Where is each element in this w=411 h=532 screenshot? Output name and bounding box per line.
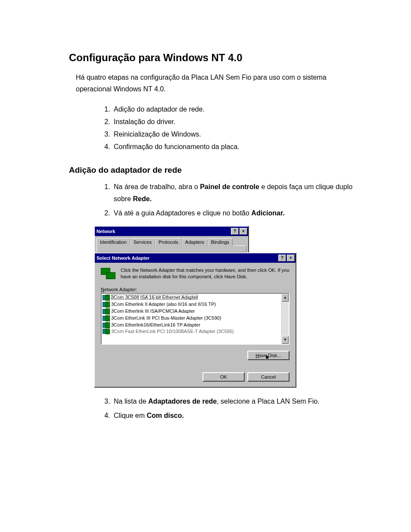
adapter-name: 3Com Etherlink III ISA/PCMCIA Adapter — [111, 308, 195, 314]
tab-services[interactable]: Services — [130, 238, 155, 246]
close-button[interactable]: × — [240, 228, 247, 235]
dialog-instruction-text: Click the Network Adapter that matches y… — [121, 267, 290, 281]
titlebar-select-adapter[interactable]: Select Network Adapter ? × — [95, 253, 296, 263]
text-bold: Adicionar. — [251, 209, 284, 217]
help-button[interactable]: ? — [231, 228, 239, 235]
step-item: Confirmação do funcionamento da placa. — [112, 141, 364, 153]
scroll-down-button[interactable]: ▼ — [282, 336, 289, 344]
screenshot-network-dialog: Network ? × Identification Services Prot… — [94, 226, 364, 388]
text-bold: Painel de controle — [200, 183, 259, 190]
adapter-name: 3Com 3C508 ISA 16-bit Ethernet Adapter — [111, 295, 198, 300]
list-label: Network Adapter: — [101, 287, 290, 292]
adapter-list-item[interactable]: 3Com Etherlink II Adapter (also II/16 an… — [102, 301, 281, 308]
tab-strip: Identification Services Protocols Adapte… — [97, 238, 246, 246]
section-heading-add-adapter: Adição do adaptador de rede — [69, 165, 364, 175]
intro-paragraph: Há quatro etapas na configuração da Plac… — [76, 72, 364, 95]
text-bold: Rede. — [133, 195, 152, 202]
scroll-up-button[interactable]: ▲ — [282, 294, 289, 302]
dialog-title: Select Network Adapter — [97, 255, 278, 261]
button-label-rest: ave Disk... — [259, 353, 281, 358]
close-button[interactable]: × — [287, 255, 295, 261]
adapter-icon — [103, 322, 109, 328]
adapter-list-item[interactable]: 3Com Fast EtherLink PCI 10/100BASE-T Ada… — [102, 329, 281, 334]
text: Na área de trabalho, abra o — [114, 183, 200, 190]
text: Na lista de — [114, 398, 148, 405]
adapter-list-item[interactable]: 3Com Etherlink16/EtherLink16 TP Adapter — [102, 322, 281, 329]
dialog-select-network-adapter: Select Network Adapter ? × Click the Net… — [94, 252, 296, 388]
adapter-name: 3Com Fast EtherLink PCI 10/100BASE-T Ada… — [111, 329, 234, 334]
tab-identification[interactable]: Identification — [97, 238, 130, 246]
adapter-icon — [103, 315, 109, 321]
adapter-icon — [103, 329, 109, 334]
window-network: Network ? × Identification Services Prot… — [94, 226, 249, 255]
label-rest: etwork Adapter: — [104, 287, 137, 292]
window-title: Network — [97, 229, 231, 234]
adapter-name: 3Com Etherlink16/EtherLink16 TP Adapter — [111, 322, 200, 327]
adapter-list-item[interactable]: 3Com EtherLink III PCI Bus-Master Adapte… — [102, 315, 281, 322]
adapter-list-item[interactable]: 3Com 3C508 ISA 16-bit Ethernet Adapter — [102, 294, 281, 301]
instruction-list-2: Na lista de Adaptadores de rede, selecio… — [69, 395, 364, 422]
ok-button[interactable]: OK — [202, 372, 245, 382]
tab-adapters[interactable]: Adapters — [182, 239, 208, 246]
text-bold: Com disco. — [146, 412, 184, 419]
instruction-item: Na lista de Adaptadores de rede, selecio… — [112, 395, 364, 408]
adapter-name: 3Com Etherlink II Adapter (also II/16 an… — [111, 302, 216, 307]
step-item: Reinicialização de Windows. — [112, 128, 364, 141]
adapter-icon — [103, 308, 109, 314]
step-item: Instalação do driver. — [112, 116, 364, 128]
underlined-accelerator: N — [101, 287, 104, 292]
page-title: Configuração para Windows NT 4.0 — [69, 52, 364, 64]
text: , selecione a Placa LAN Sem Fio. — [217, 398, 319, 405]
instruction-item: Clique em Com disco. — [112, 410, 364, 422]
adapter-name: 3Com EtherLink III PCI Bus-Master Adapte… — [111, 315, 221, 320]
help-button[interactable]: ? — [278, 255, 286, 261]
network-card-icon — [101, 268, 115, 281]
adapter-icon — [103, 302, 109, 307]
tab-protocols[interactable]: Protocols — [155, 238, 182, 246]
listbox-scrollbar[interactable]: ▲ ▼ — [281, 294, 289, 344]
tab-bindings[interactable]: Bindings — [208, 238, 233, 246]
instruction-item: Na área de trabalho, abra o Painel de co… — [112, 181, 364, 206]
network-adapter-listbox[interactable]: 3Com 3C508 ISA 16-bit Ethernet Adapter 3… — [101, 293, 290, 345]
text-bold: Adaptadores de rede — [148, 398, 217, 405]
instruction-item: Vá até a guia Adaptadores e clique no bo… — [112, 207, 364, 220]
overview-steps-list: Adição do adaptador de rede. Instalação … — [69, 103, 364, 153]
step-item: Adição do adaptador de rede. — [112, 103, 364, 116]
tab-panel-spacer — [97, 246, 246, 252]
adapter-icon — [103, 295, 109, 300]
have-disk-button[interactable]: Have Disk... — [247, 351, 290, 360]
adapter-list-item[interactable]: 3Com Etherlink III ISA/PCMCIA Adapter — [102, 308, 281, 315]
text: Clique em — [114, 412, 146, 419]
text: Vá até a guia Adaptadores e clique no bo… — [114, 209, 251, 217]
scroll-track[interactable] — [282, 302, 289, 336]
titlebar-network[interactable]: Network ? × — [95, 227, 248, 236]
instruction-list-1: Na área de trabalho, abra o Painel de co… — [69, 181, 364, 220]
cancel-button[interactable]: Cancel — [247, 372, 290, 382]
